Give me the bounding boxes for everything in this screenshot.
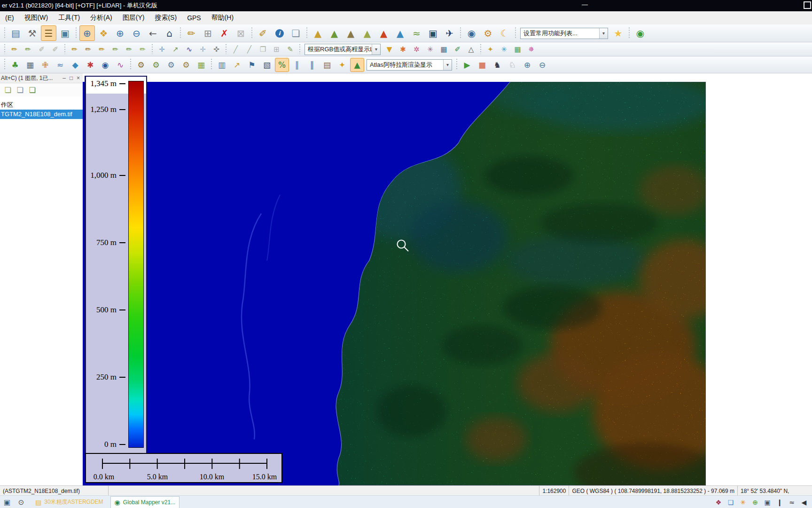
edit-area-icon[interactable]: ✏ (22, 43, 34, 56)
digitizer-tool-icon[interactable]: ✏ (184, 25, 199, 41)
terrain-paint-icon[interactable]: ▲ (343, 25, 359, 41)
map-layout-icon[interactable]: ▥ (215, 58, 229, 72)
zoom-out-icon[interactable]: ⊖ (129, 25, 144, 41)
favorites-star-icon[interactable]: ★ (610, 25, 626, 41)
tray-search-icon[interactable]: ❏ (725, 499, 737, 506)
view-3d-icon[interactable]: ▧ (260, 58, 274, 72)
lidar-toolbox-icon[interactable]: ✳ (498, 43, 510, 56)
flight-sim-icon[interactable]: ✈ (442, 25, 457, 41)
water-rise-icon[interactable]: ▲ (392, 25, 408, 41)
toolbar-grip[interactable] (63, 44, 66, 54)
lidar-grid-icon[interactable]: ▦ (437, 43, 450, 56)
edit-selected-icon[interactable]: ✏ (8, 43, 21, 56)
taskbar-item-folder[interactable]: ▤ 30米精度ASTERGDEM (31, 496, 108, 508)
move-vertex-icon[interactable]: ✛ (196, 43, 209, 56)
pylon-icon[interactable]: ✙ (38, 58, 52, 72)
river-icon[interactable]: ≈ (53, 58, 67, 72)
water-level-icon[interactable]: ‖ (290, 58, 304, 72)
layer-select-doc-icon[interactable]: ❏ (2, 84, 14, 95)
shader-combo[interactable]: Atlas阿特拉斯渲染显示 ▾ (367, 59, 452, 71)
toolbar-grip[interactable] (75, 27, 78, 40)
toolbar-grip[interactable] (479, 44, 482, 54)
feature-paint-icon[interactable]: ▦ (511, 43, 524, 56)
feature-info-icon[interactable]: i (272, 25, 287, 41)
tree-item-dem-layer[interactable]: TGTM2_N18E108_dem.tif (0, 110, 83, 119)
measure-icon[interactable]: ✐ (255, 25, 271, 41)
toolbar-grip[interactable] (3, 59, 6, 71)
stop-icon[interactable]: ■ (475, 58, 489, 72)
lidar-extract-icon[interactable]: ✐ (451, 43, 464, 56)
style-utility-icon[interactable]: ⚙ (179, 58, 193, 72)
zoom-in-icon[interactable]: ⊕ (112, 25, 128, 41)
rotate-feature-icon[interactable]: ✜ (210, 43, 223, 56)
toolbar-grip[interactable] (129, 59, 132, 71)
map-search-icon[interactable]: ◉ (98, 58, 112, 72)
web-data-icon[interactable]: ◉ (464, 25, 479, 41)
delete-feature-icon[interactable]: ✗ (217, 25, 232, 41)
path-profile-icon[interactable]: ✦ (484, 43, 497, 56)
create-poly-icon[interactable]: ✏ (136, 43, 149, 56)
day-night-icon[interactable]: ☾ (497, 25, 512, 41)
crop-grid-icon[interactable]: ⊞ (270, 43, 283, 56)
tray-settings-icon[interactable]: ✳ (737, 499, 749, 506)
configure-icon[interactable]: ⚒ (24, 25, 40, 41)
maximize-button[interactable] (804, 1, 811, 9)
elevation-grid-icon[interactable]: ▲ (310, 25, 326, 41)
speed-fast-icon[interactable]: ♘ (505, 58, 519, 72)
map-view[interactable]: 1,345 m 1,250 m 1,000 m 750 m 500 m 250 … (83, 73, 812, 485)
watershed-icon[interactable]: ▲ (376, 25, 391, 41)
join-line-icon[interactable]: ╱ (243, 43, 256, 56)
flatten-terrain-icon[interactable]: ≈ (409, 25, 424, 41)
viewshed-icon[interactable]: ▣ (425, 25, 441, 41)
lidar-color-icon[interactable]: ✱ (397, 43, 409, 56)
move-feature-icon[interactable]: ✛ (156, 43, 168, 56)
snap-tool-icon[interactable]: ✎ (284, 43, 297, 56)
dem-raster[interactable] (83, 82, 706, 485)
scale-feature-icon[interactable]: ↗ (169, 43, 182, 56)
play-icon[interactable]: ▶ (460, 58, 474, 72)
search-attributes-icon[interactable]: ❏ (288, 25, 304, 41)
select-tool-icon[interactable]: ⊞ (200, 25, 216, 41)
style-building-icon[interactable]: ⚙ (164, 58, 178, 72)
taskbar-item-globalmapper[interactable]: ◉ Global Mapper v21... (110, 496, 180, 508)
menu-gps[interactable]: GPS (182, 11, 206, 24)
create-point-icon[interactable]: ✏ (68, 43, 81, 56)
panel-close-button[interactable]: × (75, 75, 82, 81)
toolbar-grip[interactable] (298, 44, 301, 54)
tree-item-workspace[interactable]: 作区 (0, 100, 83, 110)
open-data-icon[interactable]: ☰ (41, 25, 56, 41)
fence-diagram-icon[interactable]: ▦ (194, 58, 208, 72)
chevron-down-icon[interactable]: ▾ (372, 44, 380, 55)
clipboard-icon[interactable]: ⊠ (233, 25, 249, 41)
menu-help[interactable]: 帮助(H) (206, 11, 239, 24)
create-trace-icon[interactable]: ✏ (95, 43, 108, 56)
anim-zoom-in-icon[interactable]: ⊕ (520, 58, 534, 72)
edit-vertices-icon[interactable]: ∿ (183, 43, 195, 56)
pinwheel-icon[interactable]: ✵ (525, 43, 538, 56)
overview-window-icon[interactable]: ▣ (57, 25, 73, 41)
split-line-icon[interactable]: ╱ (229, 43, 242, 56)
toolbar-grip[interactable] (514, 27, 517, 40)
scatter-points-icon[interactable]: ✱ (83, 58, 97, 72)
panel-minimize-button[interactable]: – (61, 75, 68, 81)
toolbar-grip[interactable] (151, 44, 154, 54)
building-icon[interactable]: ▦ (23, 58, 37, 72)
attach-pencil-icon[interactable]: ✐ (49, 43, 62, 56)
north-arrow-icon[interactable]: ↗ (230, 58, 244, 72)
contour-icon[interactable]: ▲ (327, 25, 342, 41)
waterdrop-icon[interactable]: ◆ (68, 58, 82, 72)
layer-visibility-icon[interactable]: ❏ (26, 84, 39, 95)
anim-zoom-out-icon[interactable]: ⊖ (535, 58, 549, 72)
tray-volume-icon[interactable]: ◀ (798, 499, 810, 506)
tray-ime-icon[interactable]: ▣ (761, 499, 773, 506)
speed-slow-icon[interactable]: ♞ (490, 58, 504, 72)
toolbar-grip[interactable] (628, 27, 631, 40)
world-options-icon[interactable]: ⚙ (480, 25, 496, 41)
toolbar-grip[interactable] (459, 27, 462, 40)
menu-view[interactable]: 视图(W) (19, 11, 54, 24)
lidar-qc-icon[interactable]: △ (465, 43, 477, 56)
layer-metadata-icon[interactable]: ❏ (14, 84, 26, 95)
control-center-icon[interactable]: ▤ (8, 25, 23, 41)
style-point-icon[interactable]: ⚙ (134, 58, 148, 72)
taskbar-pinned-icon[interactable]: ▣ (0, 496, 14, 508)
